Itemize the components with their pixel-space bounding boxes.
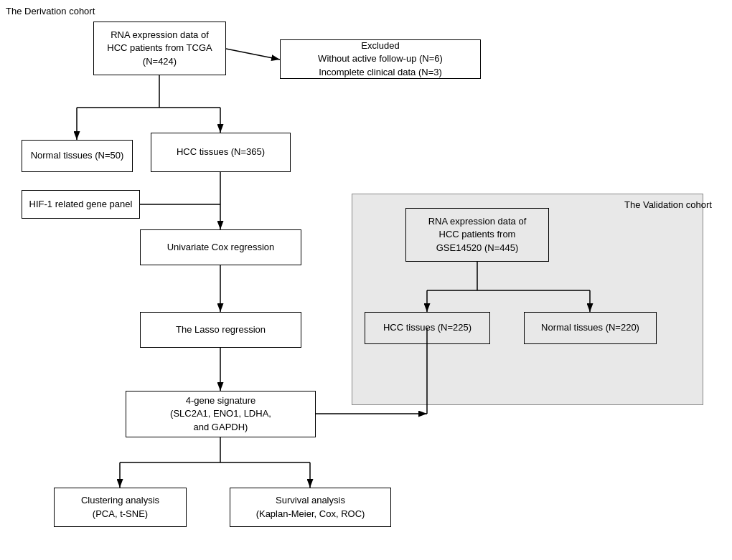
hcc-gse-box: HCC tissues (N=225) (365, 312, 490, 344)
hif1-box: HIF-1 related gene panel (22, 190, 140, 219)
derivation-label: The Derivation cohort (6, 6, 95, 16)
univariate-label: Univariate Cox regression (167, 241, 275, 254)
tcga-label: RNA expression data of HCC patients from… (107, 29, 212, 68)
normal-gse-box: Normal tissues (N=220) (524, 312, 657, 344)
normal-gse-label: Normal tissues (N=220) (541, 321, 639, 334)
gse-box: RNA expression data of HCC patients from… (405, 208, 549, 262)
lasso-box: The Lasso regression (140, 312, 301, 348)
excluded-box: Excluded Without active follow-up (N=6) … (280, 39, 481, 79)
excluded-label: Excluded Without active follow-up (N=6) … (318, 39, 443, 79)
normal-tcga-box: Normal tissues (N=50) (22, 140, 133, 172)
validation-label: The Validation cohort (624, 199, 712, 210)
survival-box: Survival analysis (Kaplan-Meier, Cox, RO… (230, 488, 391, 527)
gse-label: RNA expression data of HCC patients from… (428, 215, 527, 255)
hif1-label: HIF-1 related gene panel (29, 198, 133, 211)
lasso-label: The Lasso regression (176, 323, 266, 336)
normal-tcga-label: Normal tissues (N=50) (31, 149, 124, 162)
four-gene-label: 4-gene signature (SLC2A1, ENO1, LDHA, an… (170, 394, 271, 434)
clustering-box: Clustering analysis (PCA, t-SNE) (54, 488, 187, 527)
svg-line-5 (226, 49, 280, 60)
clustering-label: Clustering analysis (PCA, t-SNE) (81, 494, 159, 520)
tcga-box: RNA expression data of HCC patients from… (93, 22, 226, 75)
four-gene-box: 4-gene signature (SLC2A1, ENO1, LDHA, an… (126, 391, 316, 437)
diagram-container: The Derivation cohort The Validation coh… (0, 0, 732, 560)
univariate-box: Univariate Cox regression (140, 229, 301, 265)
hcc-gse-label: HCC tissues (N=225) (383, 321, 471, 334)
hcc-tcga-label: HCC tissues (N=365) (177, 146, 265, 158)
hcc-tcga-box: HCC tissues (N=365) (151, 133, 291, 172)
survival-label: Survival analysis (Kaplan-Meier, Cox, RO… (256, 494, 365, 520)
